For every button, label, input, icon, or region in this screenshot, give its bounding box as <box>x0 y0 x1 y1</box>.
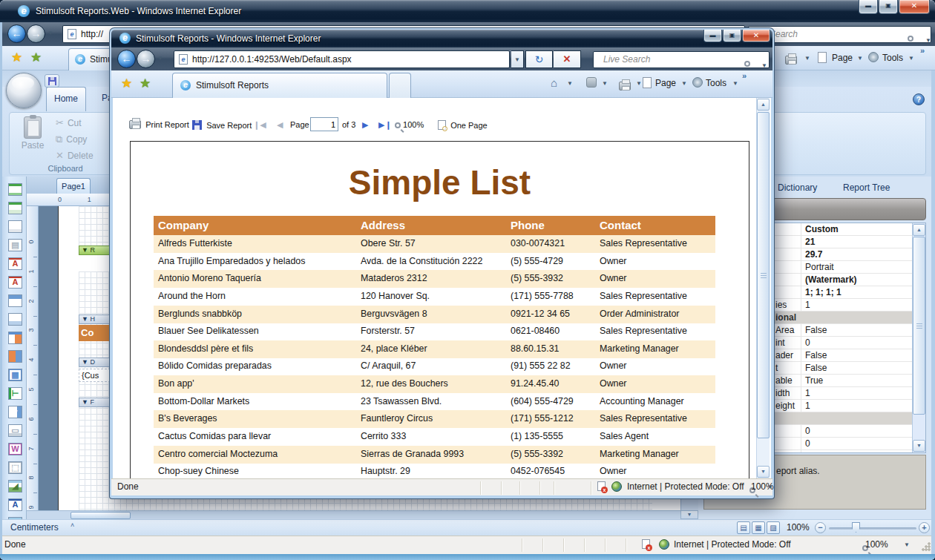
report-page-icon[interactable] <box>8 220 22 233</box>
popup-print-icon[interactable] <box>619 82 631 90</box>
maximize-button[interactable]: ▣ <box>879 0 898 14</box>
tab-dictionary[interactable]: Dictionary <box>778 182 817 193</box>
more-commands-icon[interactable]: » <box>920 46 925 55</box>
feeds-icon[interactable] <box>586 77 597 88</box>
units-label[interactable]: Centimeters <box>10 522 59 533</box>
panel-icon[interactable] <box>8 313 22 326</box>
zoom-in-icon[interactable]: + <box>919 522 930 533</box>
refresh-button[interactable]: ↻ <box>525 50 553 68</box>
copy-button[interactable]: ⧉Copy <box>56 134 87 145</box>
container-icon[interactable]: ⬚ <box>8 461 22 474</box>
minimize-button[interactable]: ▬ <box>859 0 878 14</box>
page-menu-icon[interactable] <box>818 52 827 63</box>
propgrid-scrollbar[interactable]: ▲ ▼ <box>912 223 925 452</box>
view-normal-icon[interactable]: ▤ <box>737 521 750 534</box>
page-menu-dropdown-icon[interactable]: ▼ <box>857 55 863 62</box>
forward-button[interactable]: → <box>27 24 45 43</box>
delete-button[interactable]: ✕Delete <box>56 150 94 161</box>
tab-report-tree[interactable]: Report Tree <box>843 182 890 193</box>
close-button[interactable]: ✕ <box>899 0 930 14</box>
favorites-icon[interactable]: ★ <box>11 50 22 65</box>
main-search-box[interactable]: Search ▼ <box>748 26 931 43</box>
tools-menu-label[interactable]: Tools <box>882 53 903 63</box>
canvas-hscrollbar[interactable] <box>27 510 680 519</box>
combo-box-icon[interactable]: ▾ <box>8 406 22 418</box>
blank-page-icon[interactable]: ▤ <box>8 239 22 251</box>
viewer-scroll-up-icon[interactable]: ▲ <box>757 99 770 111</box>
help-icon[interactable]: ? <box>913 93 925 105</box>
one-page-button[interactable]: One Page <box>438 120 488 130</box>
viewer-zoom-button[interactable]: 100% <box>395 120 424 129</box>
popup-page-dropdown-icon[interactable]: ▼ <box>681 80 687 87</box>
new-tab-stub[interactable] <box>389 73 411 98</box>
search-options-icon[interactable]: ▼ <box>925 33 931 43</box>
scroll-up-icon[interactable]: ▲ <box>913 224 925 236</box>
popup-back-button[interactable]: ← <box>117 50 136 68</box>
application-orb[interactable] <box>6 73 42 108</box>
view-pagebreak-icon[interactable]: ▦ <box>752 521 765 534</box>
table-grid-icon[interactable]: ▦ <box>8 369 22 381</box>
history-dropdown-icon[interactable]: ▼ <box>47 30 53 36</box>
viewer-scroll-thumb[interactable] <box>757 112 770 438</box>
popup-zoom-dropdown-icon[interactable]: ▼ <box>767 484 773 490</box>
popup-page-menu-icon[interactable] <box>643 77 652 88</box>
tools-dropdown-icon[interactable]: ▼ <box>908 55 914 62</box>
popup-more-commands-icon[interactable]: » <box>742 71 747 80</box>
home-icon[interactable]: ⌂ <box>551 76 557 89</box>
save-button[interactable] <box>45 74 59 88</box>
popup-tools-icon[interactable] <box>692 77 703 88</box>
page-number-input[interactable] <box>310 117 338 131</box>
popup-search-options-icon[interactable]: ▼ <box>761 58 767 68</box>
add-favorite-icon[interactable]: ★ <box>30 50 42 65</box>
vscroll-down-icon[interactable]: ▼ <box>680 510 698 519</box>
zoom-slider-track[interactable] <box>829 527 916 530</box>
paste-button[interactable]: Paste <box>14 115 51 161</box>
zoom-out-icon[interactable]: − <box>815 522 826 533</box>
view-print-icon[interactable]: ▨ <box>767 521 780 534</box>
zoom-slider-thumb[interactable] <box>852 522 860 533</box>
popup-tools-label[interactable]: Tools <box>706 78 726 88</box>
print-report-button[interactable]: Print Report <box>129 120 189 129</box>
panel-top-icon[interactable] <box>8 294 22 307</box>
print-icon[interactable] <box>785 56 797 65</box>
next-page-icon[interactable]: ▶ <box>362 120 368 130</box>
rich-text-icon[interactable]: A <box>8 276 22 289</box>
prev-page-icon[interactable]: ◀ <box>277 120 283 130</box>
band-icon[interactable] <box>8 202 22 214</box>
page-menu-label[interactable]: Page <box>832 53 853 63</box>
page1-tab[interactable]: Page1 <box>56 178 91 194</box>
page-new-icon[interactable] <box>8 183 22 196</box>
column-band-icon[interactable] <box>8 350 22 363</box>
text-red-icon[interactable]: A <box>8 257 22 270</box>
scroll-down-icon[interactable]: ▼ <box>913 440 925 452</box>
hierarchical-band-icon[interactable]: ⊢ <box>8 387 22 400</box>
search-icon[interactable] <box>908 36 913 42</box>
last-page-icon[interactable]: ▶❙ <box>378 120 392 130</box>
popup-search-box[interactable]: Live Search ▼ <box>593 51 770 68</box>
back-button[interactable]: ← <box>7 24 26 43</box>
tools-icon[interactable] <box>868 52 879 62</box>
popup-close-button[interactable]: ✕ <box>742 30 770 42</box>
popup-add-favorite-icon[interactable]: ★ <box>140 76 151 91</box>
feeds-dropdown-icon[interactable]: ▼ <box>602 80 608 87</box>
save-report-button[interactable]: Save Report <box>192 120 252 130</box>
home-dropdown-icon[interactable]: ▼ <box>567 80 573 87</box>
popup-forward-button[interactable]: → <box>137 50 155 68</box>
sub-report-icon[interactable]: ▭ <box>8 424 22 437</box>
cut-button[interactable]: ✂Cut <box>56 117 82 128</box>
popup-search-icon[interactable] <box>744 61 750 67</box>
image-icon[interactable]: ◢ <box>8 480 22 493</box>
popup-browser-tab[interactable]: e Stimulsoft Reports <box>172 73 387 98</box>
first-page-icon[interactable]: ❙◀ <box>253 120 266 130</box>
stop-button[interactable]: ✕ <box>554 50 581 68</box>
viewer-scroll-down-icon[interactable]: ▼ <box>757 466 770 478</box>
header-band-icon[interactable] <box>8 332 22 344</box>
resize-grip[interactable] <box>922 542 931 551</box>
zoom-level-text[interactable]: 100% <box>865 539 888 550</box>
units-collapse-icon[interactable]: ˄ <box>70 521 74 529</box>
popup-page-menu-label[interactable]: Page <box>655 78 676 88</box>
popup-tools-dropdown-icon[interactable]: ▼ <box>732 80 738 87</box>
viewer-scrollbar[interactable]: ▲ ▼ <box>756 98 770 478</box>
popup-maximize-button[interactable]: ▣ <box>723 30 741 42</box>
popup-address-bar[interactable]: e http://127.0.0.1:49253/Web/Default.asp… <box>174 50 510 68</box>
